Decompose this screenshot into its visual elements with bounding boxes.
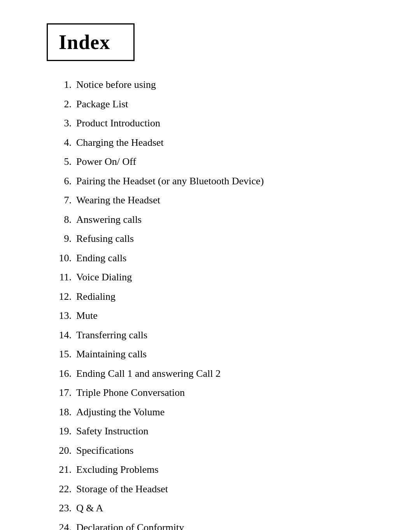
item-label: Product Introduction — [76, 117, 160, 129]
list-item: 23.Q & A — [54, 499, 389, 518]
item-label: Redialing — [76, 291, 116, 302]
item-label: Q & A — [76, 502, 103, 514]
list-item: 12.Redialing — [54, 287, 389, 306]
item-number: 22. — [54, 480, 72, 498]
list-item: 24.Declaration of Conformity — [54, 518, 389, 530]
item-number: 9. — [54, 230, 72, 248]
item-label: Ending calls — [76, 252, 126, 264]
item-number: 11. — [54, 268, 72, 286]
item-label: Charging the Headset — [76, 137, 164, 148]
list-item: 18.Adjusting the Volume — [54, 402, 389, 422]
item-label: Storage of the Headset — [76, 483, 168, 495]
list-item: 15.Maintaining calls — [54, 345, 389, 364]
item-label: Maintaining calls — [76, 348, 147, 360]
item-label: Voice Dialing — [76, 271, 132, 283]
item-label: Answering calls — [76, 214, 142, 225]
item-number: 3. — [54, 114, 72, 132]
list-item: 11.Voice Dialing — [54, 268, 389, 287]
index-list: 1.Notice before using2.Package List3.Pro… — [54, 75, 389, 530]
item-number: 12. — [54, 288, 72, 306]
list-item: 16.Ending Call 1 and answering Call 2 — [54, 364, 389, 383]
list-item: 10.Ending calls — [54, 248, 389, 268]
list-item: 21.Excluding Problems — [54, 460, 389, 479]
item-label: Safety Instruction — [76, 425, 149, 437]
item-number: 7. — [54, 191, 72, 209]
item-number: 10. — [54, 249, 72, 267]
list-item: 14.Transferring calls — [54, 325, 389, 345]
item-number: 20. — [54, 442, 72, 460]
item-number: 21. — [54, 461, 72, 479]
list-item: 8.Answering calls — [54, 210, 389, 229]
item-number: 14. — [54, 326, 72, 344]
page-title: Index — [59, 31, 110, 54]
list-item: 9.Refusing calls — [54, 229, 389, 248]
item-number: 18. — [54, 403, 72, 421]
item-number: 4. — [54, 134, 72, 152]
item-label: Notice before using — [76, 79, 156, 90]
list-item: 20.Specifications — [54, 441, 389, 460]
list-item: 3.Product Introduction — [54, 114, 389, 133]
item-label: Triple Phone Conversation — [76, 387, 185, 398]
item-label: Package List — [76, 98, 128, 110]
item-label: Transferring calls — [76, 329, 147, 341]
item-number: 15. — [54, 345, 72, 363]
item-number: 19. — [54, 422, 72, 440]
list-item: 1.Notice before using — [54, 75, 389, 94]
item-label: Ending Call 1 and answering Call 2 — [76, 368, 220, 379]
list-item: 2.Package List — [54, 94, 389, 114]
item-label: Wearing the Headset — [76, 194, 160, 206]
list-item: 7.Wearing the Headset — [54, 191, 389, 210]
item-label: Declaration of Conformity — [76, 522, 184, 530]
item-label: Mute — [76, 310, 98, 321]
item-label: Refusing calls — [76, 233, 134, 244]
item-number: 23. — [54, 499, 72, 517]
list-item: 22.Storage of the Headset — [54, 479, 389, 499]
item-number: 2. — [54, 95, 72, 113]
item-number: 1. — [54, 76, 72, 94]
item-number: 17. — [54, 384, 72, 402]
item-label: Excluding Problems — [76, 464, 159, 475]
list-item: 6.Pairing the Headset (or any Bluetooth … — [54, 171, 389, 191]
item-label: Pairing the Headset (or any Bluetooth De… — [76, 175, 264, 187]
item-number: 24. — [54, 519, 72, 530]
item-label: Power On/ Off — [76, 156, 136, 167]
list-item: 13.Mute — [54, 306, 389, 325]
item-number: 8. — [54, 211, 72, 229]
item-number: 5. — [54, 153, 72, 171]
item-number: 16. — [54, 365, 72, 383]
list-item: 19.Safety Instruction — [54, 422, 389, 441]
title-box: Index — [47, 23, 135, 61]
item-label: Adjusting the Volume — [76, 406, 164, 418]
item-number: 6. — [54, 172, 72, 190]
item-label: Specifications — [76, 445, 133, 456]
list-item: 17.Triple Phone Conversation — [54, 383, 389, 402]
list-item: 4.Charging the Headset — [54, 133, 389, 152]
list-item: 5.Power On/ Off — [54, 152, 389, 171]
item-number: 13. — [54, 307, 72, 325]
page-container: Index 1.Notice before using2.Package Lis… — [0, 0, 420, 530]
